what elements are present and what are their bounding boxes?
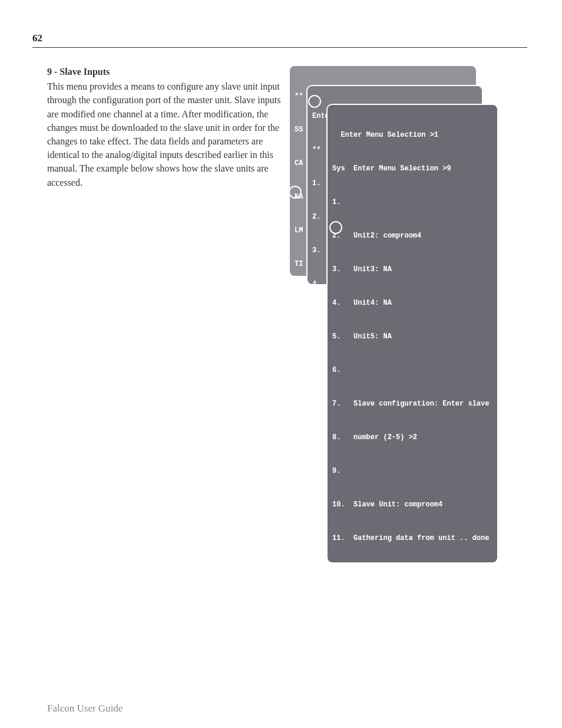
terminal-header: Enter Menu Selection >1 xyxy=(332,130,492,141)
menu-item: 11. Gathering data from unit .. done xyxy=(332,533,492,544)
menu-item: 3. Unit3: NA xyxy=(332,264,492,275)
menu-item: 1. xyxy=(332,197,492,208)
page-number: 62 xyxy=(32,32,42,44)
highlight-circle-icon xyxy=(329,221,342,234)
section-heading: 9 - Slave Inputs xyxy=(47,65,289,78)
main-text-column: 9 - Slave Inputs This menu provides a me… xyxy=(47,65,289,189)
header-rule xyxy=(32,47,527,48)
highlight-circle-icon xyxy=(289,186,302,199)
terminal-sys: Sys Enter Menu Selection >9 xyxy=(332,163,492,174)
terminal-panel-3: Enter Menu Selection >1 Sys Enter Menu S… xyxy=(326,104,498,564)
menu-item: 6. xyxy=(332,365,492,376)
menu-item: 12. Input Configuration Menu xyxy=(332,566,492,578)
cfg-value: 4-20 xyxy=(424,712,441,723)
body-paragraph: This menu provides a means to configure … xyxy=(47,80,289,189)
menu-item: Ent Current Readings: Raw = 0.000 mA Cal… xyxy=(332,634,492,645)
menu-item: 9. xyxy=(332,466,492,477)
footer-text: Falcon User Guide xyxy=(47,703,123,714)
highlight-circle-icon xyxy=(308,95,321,108)
cfg-label: 1. Type: xyxy=(332,712,424,723)
menu-item: 5. Unit5: NA xyxy=(332,331,492,342)
menu-item: = 22 xyxy=(332,667,492,678)
menu-item: 2. Unit2: comproom4 xyxy=(332,230,492,242)
menu-item: 10. Slave Unit: comproom4 xyxy=(332,499,492,510)
menu-item: 13. Channel #A1 of 20 xyxy=(332,600,492,611)
menu-item: 8. number (2-5) >2 xyxy=(332,432,492,443)
menu-item: 4. Unit4: NA xyxy=(332,298,492,309)
menu-item: 7. Slave configuration: Enter slave xyxy=(332,398,492,410)
